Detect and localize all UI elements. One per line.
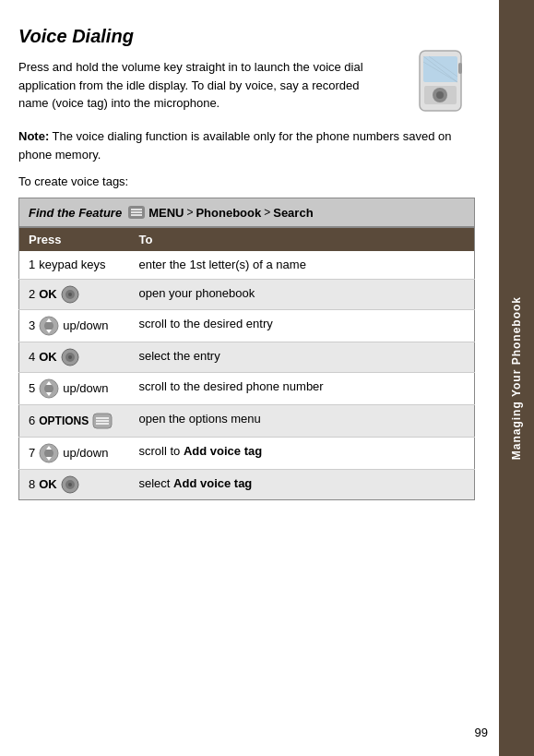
table-row: 7 up/downscroll to Add voice tag (19, 438, 475, 470)
to-cell-1: enter the 1st letter(s) of a name (130, 251, 475, 280)
press-cell-8: 8 OK (19, 470, 130, 500)
row-number: 6 (29, 413, 35, 429)
to-cell-2: open your phonebook (130, 280, 475, 310)
instruction-table: Press To 1 keypad keysenter the 1st lett… (18, 227, 475, 500)
page-container: Voice Dialing Press and hold the volume … (0, 0, 534, 756)
nav-btn-icon (39, 316, 59, 336)
table-row: 4 OK select the entry (19, 342, 475, 373)
bold-text: Add voice tag (184, 444, 262, 458)
note-text: The voice dialing function is available … (18, 129, 451, 162)
svg-rect-5 (458, 63, 462, 74)
nav-btn-icon (39, 378, 59, 399)
svg-point-22 (68, 355, 72, 359)
to-cell-5: scroll to the desired phone number (130, 373, 475, 405)
ok-btn-icon (61, 285, 79, 304)
intro-section: Press and hold the volume key straight i… (18, 58, 475, 118)
press-cell-3: 3 up/down (19, 310, 130, 342)
table-row: 5 up/downscroll to the desired phone num… (19, 373, 475, 405)
ok-btn-icon (61, 475, 79, 494)
svg-point-32 (44, 449, 53, 458)
menu-word: MENU (148, 206, 184, 220)
right-sidebar: Managing Your Phonebook (499, 0, 534, 756)
table-row: 1 keypad keysenter the 1st letter(s) of … (19, 251, 475, 280)
nav-label: up/down (63, 380, 108, 397)
svg-point-24 (44, 384, 53, 393)
menu-icon (127, 204, 146, 221)
to-cell-4: select the entry (130, 342, 475, 373)
options-btn-icon (92, 411, 113, 431)
note-label: Note: (18, 129, 49, 143)
menu-separator-2: > (264, 206, 270, 219)
svg-point-37 (68, 483, 72, 486)
ok-btn-icon (61, 348, 79, 366)
nav-label: up/down (63, 445, 108, 462)
nav-btn-icon (39, 443, 59, 463)
row-number: 7 (29, 445, 35, 462)
row-number: 8 (29, 476, 35, 493)
ok-label: OK (39, 286, 57, 303)
ok-label: OK (39, 349, 57, 366)
search-word: Search (273, 206, 313, 220)
bold-text: Add voice tag (173, 476, 252, 490)
phone-image (401, 49, 475, 118)
intro-text: Press and hold the volume key straight i… (18, 58, 401, 113)
page-number: 99 (475, 726, 488, 739)
svg-point-4 (436, 91, 444, 99)
press-cell-7: 7 up/down (19, 438, 130, 470)
to-cell-6: open the options menu (130, 405, 475, 438)
col-press-header: Press (19, 228, 130, 252)
row-number: 4 (29, 349, 35, 366)
note-section: Note: The voice dialing function is avai… (18, 127, 475, 163)
phonebook-word: Phonebook (196, 206, 261, 220)
table-row: 3 up/downscroll to the desired entry (19, 310, 475, 342)
press-text: keypad keys (39, 257, 105, 273)
press-cell-4: 4 OK (19, 342, 130, 373)
row-number: 3 (29, 318, 35, 334)
content-area: Voice Dialing Press and hold the volume … (18, 26, 475, 500)
to-cell-3: scroll to the desired entry (130, 310, 475, 342)
table-row: 6 OPTIONS open the options menu (19, 405, 475, 438)
press-cell-2: 2 OK (19, 280, 130, 310)
row-number: 1 (29, 257, 35, 273)
to-cell-8: select Add voice tag (130, 470, 475, 500)
options-label: OPTIONS (39, 414, 89, 429)
row-number: 5 (29, 380, 35, 397)
press-cell-5: 5 up/down (19, 373, 130, 405)
table-row: 2 OK open your phonebook (19, 280, 475, 310)
find-feature-box: Find the Feature MENU > Phonebook > Sear… (18, 198, 475, 227)
nav-label: up/down (63, 318, 108, 334)
press-cell-1: 1 keypad keys (19, 251, 130, 280)
ok-label: OK (39, 476, 57, 493)
to-create-text: To create voice tags: (18, 174, 475, 188)
to-cell-7: scroll to Add voice tag (130, 438, 475, 470)
svg-point-17 (44, 321, 53, 330)
menu-separator-1: > (186, 206, 193, 219)
sidebar-text: Managing Your Phonebook (510, 296, 523, 460)
press-cell-6: 6 OPTIONS (19, 405, 130, 438)
find-feature-label: Find the Feature (29, 206, 122, 220)
menu-path: MENU > Phonebook > Search (127, 204, 313, 221)
table-row: 8 OK select Add voice tag (19, 470, 475, 500)
col-to-header: To (130, 228, 475, 252)
svg-point-15 (68, 293, 72, 296)
page-title: Voice Dialing (18, 26, 475, 47)
row-number: 2 (29, 286, 35, 303)
